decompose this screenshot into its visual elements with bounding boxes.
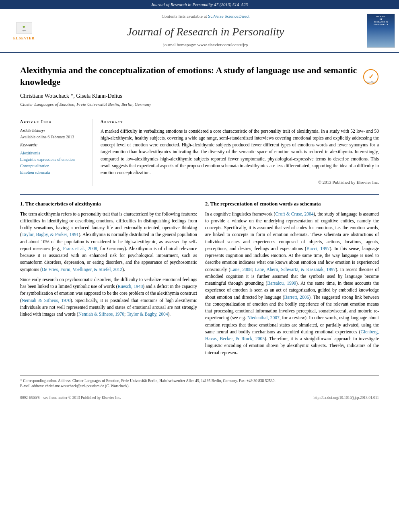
- body-section: 1. The characteristics of alexithymia Th…: [20, 194, 379, 359]
- keywords-label: Keywords:: [20, 142, 86, 148]
- journal-homepage: journal homepage: www.elsevier.com/locat…: [163, 42, 248, 48]
- footnote-email-text: E-mail address: christiane.wotschack@uni…: [20, 384, 130, 388]
- keyword-1: Alexithymia: [20, 150, 86, 156]
- affiliation-line: Cluster Languages of Emotion, Freie Univ…: [20, 101, 379, 107]
- doi-line: http://dx.doi.org/10.1016/j.jrp.2013.01.…: [313, 395, 379, 401]
- article-info-title: Article Info: [20, 119, 86, 125]
- ref-lane1997[interactable]: Lane, Ahern, Schwartz, & Kaszniak, 1997: [255, 267, 336, 272]
- journal-cover-section: JOURNALOFRESEARCH INPERSONALITY: [363, 9, 399, 52]
- keyword-4: Emotion schemata: [20, 170, 86, 175]
- ref-franz2008[interactable]: Franz et al., 2008: [63, 246, 97, 251]
- info-abstract-section: Article Info Article history: Available …: [20, 114, 379, 186]
- sciverse-line: Contents lists available at SciVerse Sci…: [162, 13, 249, 19]
- title-row: ✓ CrossMark Alexithymia and the conceptu…: [20, 65, 379, 88]
- article-info-panel: Article Info Article history: Available …: [20, 119, 93, 186]
- body-right-column: 2. The representation of emotion words a…: [205, 201, 379, 359]
- cover-text: JOURNALOFRESEARCH INPERSONALITY: [374, 16, 388, 26]
- ref-croft2004[interactable]: Croft & Cruse, 2004: [275, 212, 313, 216]
- elsevier-tree-icon: 🌳 figure: [14, 21, 34, 35]
- journal-header: 🌳 figure ELSEVIER Contents lists availab…: [0, 9, 399, 53]
- footnote-star-text: * Corresponding author. Address: Cluster…: [20, 379, 276, 383]
- elsevier-label: ELSEVIER: [13, 36, 35, 41]
- ref-taylor2004[interactable]: Taylor & Bagby, 2004: [127, 312, 168, 316]
- journal-cover-image: JOURNALOFRESEARCH INPERSONALITY: [367, 14, 395, 48]
- crossmark-icon: ✓ CrossMark: [363, 69, 379, 85]
- section2-heading: 2. The representation of emotion words a…: [205, 201, 379, 207]
- ref-devries2012[interactable]: De Vries, Forni, Voellinger, & Stiefel, …: [42, 267, 122, 272]
- footnote-star: * Corresponding author. Address: Cluster…: [20, 378, 379, 384]
- ref-barrett2006[interactable]: Barrett, 2006: [284, 295, 309, 300]
- authors-line: Christiane Wotschack *, Gisela Klann-Del…: [20, 92, 379, 100]
- sciverse-prefix: Contents lists available at: [162, 14, 208, 18]
- journal-title-section: Contents lists available at SciVerse Sci…: [48, 9, 363, 52]
- ref-nemiah1970b[interactable]: Nemiah & Sifneos, 1970: [78, 312, 124, 316]
- section2-para1: In a cognitive linguistics framework (Cr…: [205, 211, 379, 356]
- author-wotschack: Christiane Wotschack *, Gisela Klann-Del…: [20, 93, 122, 99]
- abstract-panel: Abstract A marked difficulty in verbaliz…: [101, 119, 379, 186]
- ref-barsalou1999[interactable]: Barsalou, 1999: [267, 281, 296, 286]
- ref-bucci1997[interactable]: Bucci, 1997: [306, 246, 330, 251]
- journal-reference-bar: Journal of Research in Personality 47 (2…: [0, 0, 399, 9]
- svg-text:CrossMark: CrossMark: [366, 81, 376, 83]
- svg-text:🌳: 🌳: [23, 25, 25, 29]
- keywords-list: Alexithymia Linguistic expressions of em…: [20, 150, 86, 175]
- history-label: Article history:: [20, 128, 86, 134]
- elsevier-logo-section: 🌳 figure ELSEVIER: [0, 9, 48, 52]
- abstract-text: A marked difficulty in verbalizing emoti…: [101, 128, 379, 177]
- abstract-title: Abstract: [101, 119, 379, 125]
- ref-lane2008[interactable]: Lane, 2008: [230, 267, 251, 272]
- ref-ruesch1948[interactable]: Ruesch, 1948: [117, 284, 143, 289]
- ref-taylor1991[interactable]: Taylor, Bagby, & Parker, 1991: [22, 232, 79, 237]
- bottom-bar: 0092-6566/$ – see front matter © 2013 Pu…: [0, 393, 399, 403]
- footnote-email: E-mail address: christiane.wotschack@uni…: [20, 384, 379, 389]
- ref-glenberg2005[interactable]: Glenberg, Havas, Becker, & Rinck, 2005: [205, 329, 379, 341]
- section1-heading: 1. The characteristics of alexithymia: [20, 201, 197, 207]
- ref-nemiah1970[interactable]: Nemiah & Sifneos, 1970: [22, 298, 70, 303]
- ref-niedenthal2007[interactable]: Niedenthal, 2007: [247, 315, 280, 320]
- keyword-2: Linguistic expressions of emotion: [20, 157, 86, 162]
- copyright-line: © 2013 Published by Elsevier Inc.: [101, 179, 379, 185]
- journal-title: Journal of Research in Personality: [127, 24, 284, 39]
- issn-line: 0092-6566/$ – see front matter © 2013 Pu…: [20, 395, 121, 401]
- paper-title: Alexithymia and the conceptualization of…: [20, 65, 379, 88]
- section1-para1: The term alexithymia refers to a persona…: [20, 211, 197, 273]
- section1-para2: Since early research on psychosomatic di…: [20, 276, 197, 318]
- main-content: ✓ CrossMark Alexithymia and the conceptu…: [0, 53, 399, 367]
- svg-text:figure: figure: [22, 29, 26, 31]
- journal-reference-text: Journal of Research in Personality 47 (2…: [151, 2, 248, 7]
- body-left-column: 1. The characteristics of alexithymia Th…: [20, 201, 197, 359]
- keyword-3: Conceptualization: [20, 163, 86, 169]
- sciverse-link[interactable]: SciVerse ScienceDirect: [208, 14, 249, 18]
- svg-text:✓: ✓: [368, 73, 374, 80]
- available-online: Available online 6 February 2013: [20, 134, 86, 140]
- footnote-section: * Corresponding author. Address: Cluster…: [20, 376, 379, 389]
